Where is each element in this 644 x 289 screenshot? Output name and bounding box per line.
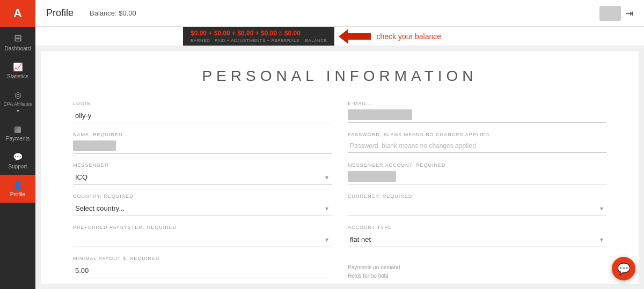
form-grid: LOGIN E-MAIL... NAME, REQUIRED <box>73 101 606 284</box>
page-title: Profile <box>46 8 74 19</box>
name-group: NAME, REQUIRED <box>73 132 332 154</box>
payments-icon: ▦ <box>14 124 21 134</box>
email-group: E-MAIL... <box>348 101 606 123</box>
support-icon: 💬 <box>13 152 23 162</box>
balance-notification-bar: $0.00 + $0.00 + $0.00 + $0.00 = $0.00 EA… <box>35 27 644 46</box>
paysystem-label: PREFERRED PAYSYSTEM, REQUIRED <box>73 225 332 230</box>
name-label: NAME, REQUIRED <box>73 132 332 137</box>
balance-value: $0.00 <box>119 9 136 17</box>
country-label: COUNTRY, REQUIRED <box>73 194 332 199</box>
login-group: LOGIN <box>73 101 332 123</box>
balance-formula: $0.00 + $0.00 + $0.00 + $0.00 = $0.00 <box>191 29 327 37</box>
sidebar-item-profile[interactable]: 👤 Profile <box>0 175 35 203</box>
payment-info: Payments on demand Holds for no hold <box>348 263 606 280</box>
currency-label: CURRENCY, REQUIRED <box>348 194 606 199</box>
chat-bubble-button[interactable]: 💬 <box>612 257 635 280</box>
header: Profile Balance: $0.00 ⇥ <box>35 0 644 27</box>
sidebar-item-dashboard[interactable]: ⊞ Dashboard <box>0 27 35 57</box>
messenger-account-blurred <box>348 171 396 182</box>
currency-select[interactable] <box>348 201 606 216</box>
email-label: E-MAIL... <box>348 101 606 106</box>
dashboard-icon: ⊞ <box>14 32 22 44</box>
payment-info-line1: Payments on demand <box>348 263 606 272</box>
name-blurred <box>73 140 116 151</box>
sidebar-item-label: CPA Affiliates <box>3 101 32 107</box>
payment-info-line2: Holds for no hold <box>348 272 606 280</box>
svg-marker-0 <box>339 29 371 44</box>
balance-formula-box: $0.00 + $0.00 + $0.00 + $0.00 = $0.00 EA… <box>183 27 334 46</box>
country-select[interactable]: Select country... <box>73 201 332 216</box>
currency-group: CURRENCY, REQUIRED <box>348 194 606 216</box>
messenger-label: MESSENGER <box>73 162 332 168</box>
payment-info-group: - Payments on demand Holds for no hold <box>348 256 606 280</box>
account-type-label: ACCOUNT TYPE <box>348 225 606 230</box>
paysystem-select-wrapper <box>73 232 332 247</box>
messenger-select-wrapper: ICQ Skype Telegram <box>73 170 332 185</box>
sidebar-logo[interactable]: A <box>0 0 35 27</box>
login-label: LOGIN <box>73 101 332 106</box>
check-balance-text: check your balance <box>376 32 441 41</box>
sidebar-item-label: Support <box>8 164 27 169</box>
main-content: Profile Balance: $0.00 ⇥ $0.00 + $0.00 +… <box>35 0 644 289</box>
balance-formula-labels: EARNED - PAID + ADJUSTMENTS + REFERRALS … <box>191 38 327 43</box>
logout-button[interactable]: ⇥ <box>625 8 633 19</box>
login-input[interactable] <box>73 108 332 123</box>
sidebar-item-label: Dashboard <box>5 46 31 51</box>
minimal-payout-input[interactable] <box>73 263 332 278</box>
account-type-select-wrapper: flat net <box>348 232 606 247</box>
header-button[interactable] <box>599 6 621 21</box>
email-blurred <box>348 109 412 120</box>
chat-icon: 💬 <box>617 262 631 275</box>
profile-icon: 👤 <box>13 180 23 190</box>
sidebar-item-cpa-affiliates[interactable]: ◎ CPA Affiliates ▾ <box>0 85 35 119</box>
statistics-icon: 📈 <box>13 62 23 72</box>
messenger-account-group: MESSENGER ACCOUNT, REQUIRED <box>348 162 606 185</box>
messenger-select[interactable]: ICQ Skype Telegram <box>73 170 332 185</box>
sidebar-item-statistics[interactable]: 📈 Statistics <box>0 57 35 85</box>
chevron-down-icon: ▾ <box>17 108 19 114</box>
sidebar-item-label: Profile <box>10 191 25 197</box>
minimal-payout-group: MINIMAL PAYOUT $, REQUIRED <box>73 256 332 280</box>
messenger-group: MESSENGER ICQ Skype Telegram <box>73 162 332 185</box>
messenger-account-label: MESSENGER ACCOUNT, REQUIRED <box>348 162 606 168</box>
account-type-select[interactable]: flat net <box>348 232 606 247</box>
sidebar-item-label: Statistics <box>7 73 28 79</box>
paysystem-select[interactable] <box>73 232 332 247</box>
content-area: PERSONAL INFORMATION LOGIN E-MAIL... NAM… <box>35 46 644 289</box>
sidebar-item-support[interactable]: 💬 Support <box>0 147 35 175</box>
password-input[interactable] <box>348 139 606 153</box>
paysystem-group: PREFERRED PAYSYSTEM, REQUIRED change the… <box>73 225 332 247</box>
sidebar-item-payments[interactable]: ▦ Payments <box>0 119 35 147</box>
sidebar: A ⊞ Dashboard 📈 Statistics ◎ CPA Affilia… <box>0 0 35 289</box>
password-group: PASSWORD, BLANK MEANS NO CHANGES APPLIED <box>348 132 606 154</box>
balance-check-area: check your balance <box>334 27 441 46</box>
form-area: PERSONAL INFORMATION LOGIN E-MAIL... NAM… <box>41 51 639 284</box>
country-group: COUNTRY, REQUIRED Select country... <box>73 194 332 216</box>
currency-select-wrapper <box>348 201 606 216</box>
balance-label: Balance: $0.00 <box>90 9 136 17</box>
country-select-wrapper: Select country... <box>73 201 332 216</box>
left-arrow-icon <box>339 29 371 44</box>
cpa-icon: ◎ <box>14 90 21 100</box>
sidebar-item-label: Payments <box>6 136 30 142</box>
password-label: PASSWORD, BLANK MEANS NO CHANGES APPLIED <box>348 132 606 137</box>
form-title: PERSONAL INFORMATION <box>73 68 606 85</box>
account-type-group: ACCOUNT TYPE flat net <box>348 225 606 247</box>
minimal-payout-label: MINIMAL PAYOUT $, REQUIRED <box>73 256 332 261</box>
